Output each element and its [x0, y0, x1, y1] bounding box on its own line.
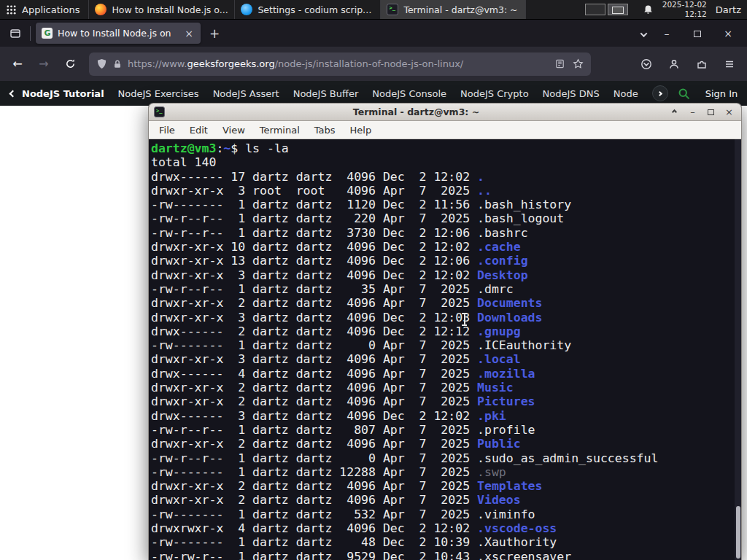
workspace-switcher[interactable]	[585, 4, 628, 15]
scrollbar-thumb[interactable]	[736, 506, 740, 559]
applications-grid-icon	[6, 4, 17, 15]
extensions-button[interactable]	[690, 52, 713, 76]
menu-tabs[interactable]: Tabs	[307, 125, 343, 136]
ls-row: -rw-r--r-- 1 dartz dartz 35 Apr 7 2025 .…	[151, 282, 740, 296]
url-bar[interactable]: https://www.geeksforgeeks.org/node-js/in…	[89, 52, 591, 76]
pocket-button[interactable]	[635, 52, 658, 76]
terminal-minimize-button[interactable]: –	[686, 104, 700, 120]
terminal-scrollbar[interactable]	[735, 139, 741, 560]
ls-row: drwxr-xr-x 2 dartz dartz 4096 Apr 7 2025…	[151, 493, 740, 507]
terminal-titlebar[interactable]: Terminal - dartz@vm3: ~ – ×	[149, 104, 741, 121]
ls-filename: .xscreensaver	[477, 550, 571, 560]
gfg-back-label: NodeJS Tutorial	[22, 88, 104, 99]
forward-button[interactable]: →	[32, 52, 55, 76]
window-close-button[interactable]: ×	[718, 28, 738, 39]
workspace-1[interactable]	[585, 4, 605, 15]
lock-icon[interactable]	[112, 59, 123, 69]
ls-filename: Public	[477, 437, 521, 451]
task-title: Terminal - dartz@vm3: ~	[403, 4, 517, 15]
chevron-left-icon	[9, 90, 17, 97]
bookmark-star-icon[interactable]	[573, 58, 584, 69]
tab-title: How to Install Node.js on	[58, 28, 178, 39]
gfg-nav-item[interactable]: NodeJS Buffer	[293, 88, 359, 99]
chevron-up-icon	[672, 109, 677, 114]
prompt-command: ls -la	[245, 141, 289, 155]
terminal-window: Terminal - dartz@vm3: ~ – × FileEditView…	[148, 103, 742, 560]
url-path: /node-js/installation-of-node-js-on-linu…	[275, 58, 464, 69]
gfg-nav-item[interactable]: NodeJS Console	[372, 88, 446, 99]
ls-filename: Videos	[477, 493, 521, 507]
ls-filename: .pki	[477, 409, 506, 423]
ls-row: drwx------ 4 dartz dartz 4096 Apr 7 2025…	[151, 367, 740, 381]
task-title: Settings - codium script...	[258, 4, 374, 15]
search-icon[interactable]	[678, 88, 690, 100]
menu-edit[interactable]: Edit	[182, 125, 215, 136]
reader-view-icon[interactable]	[554, 58, 565, 69]
list-all-tabs-button[interactable]	[641, 26, 646, 40]
gfg-back-item[interactable]: NodeJS Tutorial	[10, 88, 104, 99]
tab-close-icon[interactable]: ×	[183, 28, 195, 39]
gfg-scroll-right-button[interactable]	[652, 85, 668, 101]
app-menu-button[interactable]	[718, 52, 741, 76]
terminal-screen[interactable]: dartz@vm3:~$ ls -la total 140 drwx------…	[149, 139, 741, 560]
ls-row: -rw-r--r-- 1 dartz dartz 220 Apr 7 2025 …	[151, 211, 740, 225]
ls-row: drwxr-xr-x 2 dartz dartz 4096 Apr 7 2025…	[151, 437, 740, 451]
firefox-view-button[interactable]	[6, 24, 25, 43]
notification-bell-icon[interactable]	[643, 4, 654, 15]
gfg-nav-item[interactable]: NodeJS DNS	[543, 88, 600, 99]
account-button[interactable]	[662, 52, 686, 76]
ls-row: -rw-r--r-- 1 dartz dartz 807 Apr 7 2025 …	[151, 423, 740, 437]
pocket-icon	[640, 58, 652, 70]
firefox-view-icon	[9, 28, 21, 39]
chevron-down-icon	[640, 30, 648, 37]
ls-filename: .profile	[477, 423, 535, 437]
ls-filename: .dmrc	[477, 282, 514, 296]
navigation-toolbar: ← → https://www.geeksforgeeks.org/node-j…	[0, 47, 747, 81]
task-button-firefox[interactable]: How to Install Node.js o...	[88, 0, 234, 19]
ls-filename: .vscode-oss	[477, 521, 557, 535]
gfg-nav-item[interactable]: Node	[614, 88, 638, 99]
reload-icon	[65, 58, 76, 69]
url-scheme: https://www.	[128, 58, 187, 69]
window-maximize-button[interactable]	[687, 28, 708, 39]
extensions-puzzle-icon	[696, 58, 708, 70]
task-button-terminal[interactable]: Terminal - dartz@vm3: ~	[380, 0, 526, 19]
gfg-nav-items: NodeJS ExercisesNodeJS AssertNodeJS Buff…	[118, 88, 638, 99]
terminal-close-button[interactable]: ×	[722, 104, 736, 120]
ls-filename: .bash_logout	[477, 211, 564, 225]
tracking-shield-icon[interactable]	[96, 58, 107, 69]
gfg-nav-item[interactable]: NodeJS Crypto	[460, 88, 529, 99]
tab-strip: How to Install Node.js on × + – ×	[0, 20, 747, 47]
menu-help[interactable]: Help	[343, 125, 379, 136]
workspace-2[interactable]	[608, 4, 628, 15]
panel-clock[interactable]: 2025-12-02 12:12	[662, 0, 707, 18]
applications-menu-button[interactable]: Applications	[0, 0, 88, 19]
gfg-nav-item[interactable]: NodeJS Exercises	[118, 88, 199, 99]
signin-button[interactable]: Sign In	[700, 86, 744, 101]
menu-file[interactable]: File	[152, 125, 182, 136]
url-domain: geeksforgeeks.org	[187, 58, 274, 69]
terminal-shade-button[interactable]	[667, 104, 681, 120]
ls-filename: .gnupg	[477, 324, 521, 338]
account-icon	[668, 58, 680, 70]
ls-row: drwxr-xr-x 3 dartz dartz 4096 Dec 2 12:0…	[151, 268, 740, 282]
ls-filename: .Xauthority	[477, 535, 557, 549]
prompt-user-host: dartz@vm3	[151, 141, 216, 155]
task-button-codium[interactable]: Settings - codium script...	[234, 0, 380, 19]
back-button[interactable]: ←	[6, 52, 29, 76]
user-menu[interactable]: Dartz	[716, 4, 743, 15]
maximize-icon	[708, 109, 714, 115]
gfg-nav-item[interactable]: NodeJS Assert	[213, 88, 279, 99]
ls-filename: .config	[477, 254, 528, 268]
window-minimize-button[interactable]: –	[657, 28, 677, 39]
terminal-maximize-button[interactable]	[704, 104, 718, 120]
menu-view[interactable]: View	[215, 125, 252, 136]
tab-nodejs-install[interactable]: How to Install Node.js on ×	[36, 23, 201, 44]
ls-row: drwxr-xr-x 2 dartz dartz 4096 Apr 7 2025…	[151, 479, 740, 493]
new-tab-button[interactable]: +	[205, 24, 224, 43]
ls-row: -rw------- 1 dartz dartz 0 Apr 7 2025 .I…	[151, 338, 740, 352]
reload-button[interactable]	[58, 52, 82, 76]
terminal-icon	[387, 4, 398, 15]
menu-terminal[interactable]: Terminal	[252, 125, 307, 136]
url-text: https://www.geeksforgeeks.org/node-js/in…	[128, 58, 549, 69]
